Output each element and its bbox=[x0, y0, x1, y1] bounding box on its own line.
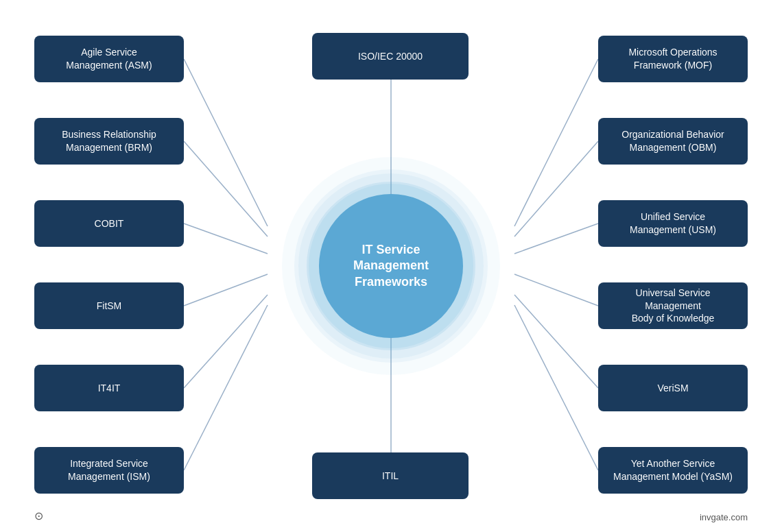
box-obm: Organizational Behavior Management (OBM) bbox=[598, 118, 748, 165]
box-fitsm: FitSM bbox=[34, 282, 184, 329]
svg-line-3 bbox=[184, 141, 268, 237]
logo-icon: ⊙ bbox=[34, 509, 43, 522]
box-yasm: Yet Another Service Management Model (Ya… bbox=[598, 447, 748, 494]
box-mof: Microsoft Operations Framework (MOF) bbox=[598, 36, 748, 82]
svg-line-12 bbox=[514, 295, 598, 388]
svg-line-13 bbox=[514, 305, 598, 470]
svg-line-9 bbox=[514, 141, 598, 237]
center-node: IT Service Management Frameworks bbox=[319, 194, 463, 338]
box-usm: Unified Service Management (USM) bbox=[598, 200, 748, 247]
svg-line-7 bbox=[184, 305, 268, 470]
diagram-container: IT Service Management Frameworks ISO/IEC… bbox=[0, 0, 782, 532]
box-iso20000: ISO/IEC 20000 bbox=[312, 33, 469, 80]
box-asm: Agile Service Management (ASM) bbox=[34, 36, 184, 82]
svg-line-5 bbox=[184, 274, 268, 306]
box-itil: ITIL bbox=[312, 452, 469, 499]
svg-line-6 bbox=[184, 295, 268, 388]
svg-line-11 bbox=[514, 274, 598, 306]
box-brm: Business Relationship Management (BRM) bbox=[34, 118, 184, 165]
svg-line-8 bbox=[514, 59, 598, 226]
svg-line-2 bbox=[184, 59, 268, 226]
svg-line-4 bbox=[184, 223, 268, 254]
footer-logo: ⊙ bbox=[34, 509, 43, 522]
box-verism: VeriSM bbox=[598, 365, 748, 411]
box-cobit: COBIT bbox=[34, 200, 184, 247]
box-it4it: IT4IT bbox=[34, 365, 184, 411]
box-ism: Integrated Service Management (ISM) bbox=[34, 447, 184, 494]
svg-line-10 bbox=[514, 223, 598, 254]
footer-brand: invgate.com bbox=[700, 512, 748, 522]
box-usmbok: Universal Service Management Body of Kno… bbox=[598, 282, 748, 329]
